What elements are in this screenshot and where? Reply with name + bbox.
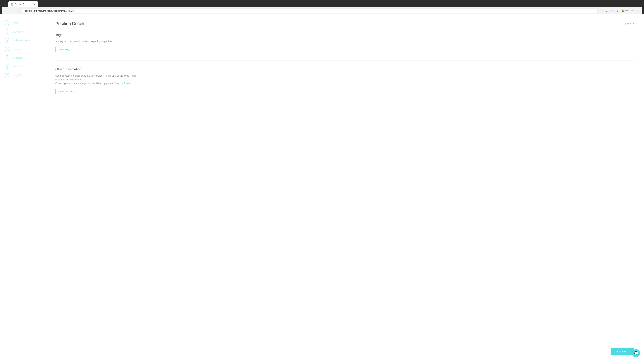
add-information-button[interactable]: + Add Information <box>55 89 78 94</box>
new-tab-btn[interactable]: + <box>39 2 44 7</box>
step-circle-4: 4 <box>5 46 10 51</box>
step-circle-1: 1 <box>5 20 10 25</box>
sidebar-label-pipeline: Pipeline <box>12 48 21 50</box>
other-info-line1: Use this section to store sensitive info… <box>55 74 136 77</box>
incognito-btn[interactable]: 🕵 Incognito <box>620 9 634 12</box>
other-info-section: Other Information Use this section to st… <box>55 67 634 94</box>
sidebar-item-pipeline[interactable]: 4 Pipeline <box>0 44 45 53</box>
sidebar-item-details[interactable]: 1 Details <box>0 18 45 27</box>
reload-btn[interactable]: ↻ <box>16 8 21 13</box>
sidebar: 1 Details 2 Description 3 Application Fo… <box>0 14 45 362</box>
tags-title: Tags <box>55 33 634 37</box>
sidebar-label-details: Details <box>12 21 20 24</box>
other-info-line2: Managers on this position. <box>55 78 83 81</box>
section-divider <box>55 60 634 61</box>
menu-btn[interactable]: ⋮ <box>635 8 640 13</box>
forward-btn[interactable]: → <box>10 8 15 13</box>
next-step-arrow-icon: › <box>628 350 629 353</box>
tab-title: Breezy HR <box>15 3 32 5</box>
step-circle-3: 3 <box>5 38 10 42</box>
step-circle-5: 5 <box>5 55 10 60</box>
bookmark-btn[interactable]: ☆ <box>599 8 604 13</box>
tags-description: Add tags to your position to help keep t… <box>55 39 634 43</box>
preview-label: Preview <box>623 22 631 25</box>
address-bar[interactable]: app.breezy.hr/app/c/moodjoy/positions/ne… <box>22 8 598 13</box>
next-step-label: Next Step <box>616 350 627 353</box>
page-title: Position Details <box>55 21 85 26</box>
other-info-title: Other Information <box>55 67 634 71</box>
split-view-btn[interactable]: ⧉ <box>615 8 620 13</box>
step-circle-2: 2 <box>5 29 10 34</box>
browser-toolbar: ← → ↻ app.breezy.hr/app/c/moodjoy/positi… <box>2 7 642 14</box>
sidebar-label-application-form: Application Form <box>12 39 31 42</box>
toolbar-actions: ☆ ⬡ ⬇ ⧉ 🕵 Incognito ⋮ <box>599 8 640 13</box>
sidebar-item-hiring-team[interactable]: 7 Hiring Team <box>0 71 45 79</box>
chat-bubble-button[interactable]: 💬 <box>632 349 640 357</box>
next-step-button[interactable]: Next Step › <box>611 348 634 355</box>
download-btn[interactable]: ⬇ <box>610 8 614 13</box>
other-info-description: Use this section to store sensitive info… <box>55 74 634 85</box>
tags-section: Tags Add tags to your position to help k… <box>55 33 634 52</box>
sidebar-item-description[interactable]: 2 Description <box>0 27 45 36</box>
browser-tabs: ▾ B Breezy HR ✕ + <box>2 1 642 7</box>
custom-fields-link[interactable]: Custom Fields. <box>115 82 130 85</box>
browser-tab-active[interactable]: B Breezy HR ✕ <box>8 1 38 7</box>
sidebar-item-advertise[interactable]: 6 Advertise <box>0 62 45 71</box>
tab-favicon: B <box>11 3 14 5</box>
sidebar-item-application-form[interactable]: 3 Application Form <box>0 36 45 44</box>
browser-chrome: ▾ B Breezy HR ✕ + ← → ↻ app.breezy.hr/ap… <box>0 0 644 14</box>
app-layout: 1 Details 2 Description 3 Application Fo… <box>0 14 644 362</box>
sidebar-label-screening: Screening <box>12 56 23 59</box>
tab-dropdown-btn[interactable]: ▾ <box>2 2 7 6</box>
sidebar-label-hiring-team: Hiring Team <box>12 74 25 77</box>
extensions-btn[interactable]: ⬡ <box>604 8 609 13</box>
add-tag-button[interactable]: + Add a tag <box>55 46 72 52</box>
preview-link[interactable]: Preview ↗ <box>623 22 634 25</box>
sidebar-label-advertise: Advertise <box>12 65 22 68</box>
step-circle-6: 6 <box>5 64 10 69</box>
tab-close-btn[interactable]: ✕ <box>33 3 36 5</box>
back-btn[interactable]: ← <box>4 8 9 13</box>
incognito-icon: 🕵 <box>622 9 624 12</box>
page-header: Position Details Preview ↗ <box>55 21 634 26</box>
sidebar-label-description: Description <box>12 30 24 33</box>
step-circle-7: 7 <box>5 73 10 77</box>
chat-icon: 💬 <box>634 351 638 355</box>
external-link-icon: ↗ <box>632 23 634 25</box>
sidebar-item-screening[interactable]: 5 Screening <box>0 53 45 62</box>
other-info-line3: Contact your account manager if you'd li… <box>55 82 115 85</box>
incognito-label: Incognito <box>625 9 633 12</box>
main-content: Position Details Preview ↗ Tags Add tags… <box>45 14 644 362</box>
address-bar-url: app.breezy.hr/app/c/moodjoy/positions/ne… <box>25 9 595 12</box>
